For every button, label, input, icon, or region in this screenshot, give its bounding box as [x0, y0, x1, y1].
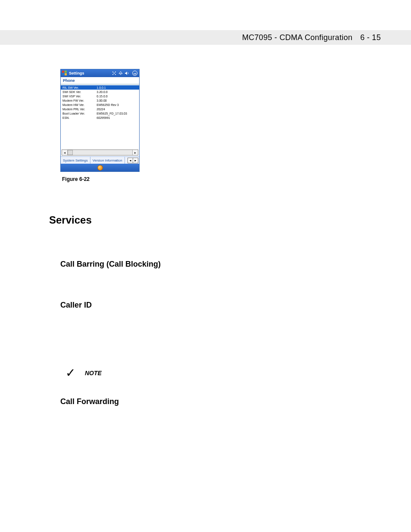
tab-version-information[interactable]: Version Information	[90, 157, 125, 164]
horizontal-scrollbar[interactable]: ◄ ►	[62, 149, 138, 156]
scroll-right-button[interactable]: ►	[132, 150, 138, 155]
heading-call-forwarding: Call Forwarding	[60, 397, 368, 406]
heading-services: Services	[49, 214, 368, 226]
heading-call-barring: Call Barring (Call Blocking)	[60, 260, 368, 269]
svg-rect-1	[65, 71, 67, 73]
version-info-table: RIL SW Ver.1.0.0.1SWI SDK Ver.3.20.0.0SW…	[61, 85, 139, 120]
info-label: Modem HW Ver.	[61, 103, 95, 107]
info-label: SWI VSP Ver.	[61, 94, 95, 98]
connectivity-icon	[112, 71, 116, 75]
table-row[interactable]: Modem FW Ver.3.00.00	[61, 98, 139, 103]
table-row[interactable]: Modem PRL Ver.20224	[61, 107, 139, 111]
device-body: RIL SW Ver.1.0.0.1SWI SDK Ver.3.20.0.0SW…	[61, 84, 139, 156]
scroll-left-button[interactable]: ◄	[62, 150, 68, 155]
svg-rect-0	[62, 71, 64, 73]
scroll-thumb[interactable]	[68, 150, 73, 155]
windows-flag-icon	[62, 71, 67, 76]
info-label: Modem FW Ver.	[61, 98, 95, 103]
table-row[interactable]: Boot Loader Ver.EM5625_FD_17.03.03	[61, 111, 139, 115]
info-label: SWI SDK Ver.	[61, 90, 95, 94]
device-footer	[61, 164, 139, 171]
device-titlebar: Settings ok	[61, 69, 139, 77]
info-label: Modem PRL Ver.	[61, 107, 95, 111]
heading-caller-id: Caller ID	[60, 301, 368, 310]
speaker-icon	[125, 71, 130, 75]
info-value: 60295991	[95, 115, 139, 120]
document-page: MC7095 - CDMA Configuration 6 - 15 Setti…	[0, 0, 411, 532]
tab-scroll-arrows[interactable]: ◄ ►	[128, 158, 138, 163]
ok-button-icon[interactable]: ok	[132, 71, 138, 76]
info-label: Boot Loader Ver.	[61, 111, 95, 115]
device-title: Settings	[69, 71, 84, 75]
tab-system-settings[interactable]: System Settings	[61, 157, 90, 164]
titlebar-status-icons: ok	[111, 71, 138, 76]
info-value: EM5625_FD_17.03.03	[95, 111, 139, 115]
home-button-icon[interactable]	[97, 165, 103, 171]
header-page-number: 6 - 15	[360, 33, 381, 42]
info-value: 20224	[95, 107, 139, 111]
info-value: 3.20.0.0	[95, 90, 139, 94]
info-value: 3.00.00	[95, 98, 139, 103]
info-label: RIL SW Ver.	[61, 85, 95, 90]
table-row[interactable]: Modem HW Ver.EM5625D Rev 3	[61, 103, 139, 107]
page-header: MC7095 - CDMA Configuration 6 - 15	[0, 30, 411, 45]
figure-caption: Figure 6-22	[62, 176, 368, 182]
note-label: NOTE	[85, 370, 102, 376]
info-value: EM5625D Rev 3	[95, 103, 139, 107]
info-label: ESN.	[61, 115, 95, 120]
info-value: 1.0.0.1	[95, 85, 139, 90]
scroll-track[interactable]	[73, 150, 132, 155]
signal-icon	[118, 71, 123, 75]
header-title: MC7095 - CDMA Configuration	[242, 33, 352, 42]
checkmark-icon: ✓	[65, 366, 75, 380]
table-row[interactable]: SWI VSP Ver.0.15.0.0	[61, 94, 139, 98]
tab-scroll-left-icon[interactable]: ◄	[128, 158, 133, 163]
table-row[interactable]: RIL SW Ver.1.0.0.1	[61, 85, 139, 90]
device-subtitle: Phone	[61, 77, 139, 84]
device-tabs: System Settings Version Information ◄ ►	[61, 156, 139, 164]
svg-rect-2	[62, 73, 64, 75]
svg-rect-3	[65, 73, 67, 75]
tab-scroll-right-icon[interactable]: ►	[133, 158, 138, 163]
device-screenshot: Settings ok Phone RIL SW Ver.1.0.0.1SWI …	[60, 69, 140, 172]
page-content: Settings ok Phone RIL SW Ver.1.0.0.1SWI …	[60, 69, 368, 406]
svg-text:ok: ok	[134, 72, 137, 75]
note-block: ✓ NOTE	[65, 366, 368, 380]
table-row[interactable]: ESN.60295991	[61, 115, 139, 120]
table-row[interactable]: SWI SDK Ver.3.20.0.0	[61, 90, 139, 94]
info-value: 0.15.0.0	[95, 94, 139, 98]
